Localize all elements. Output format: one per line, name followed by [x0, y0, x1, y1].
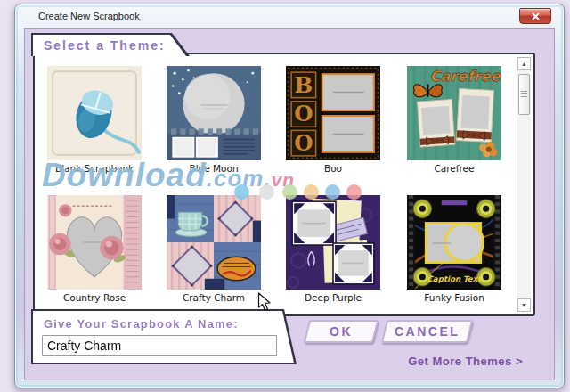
theme-item-crafty-charm[interactable]: Crafty Charm	[167, 195, 261, 303]
theme-label: Country Rose	[47, 292, 142, 303]
theme-thumbnail-carefree: Carefree	[407, 66, 501, 160]
cancel-button[interactable]: CANCEL	[381, 320, 473, 343]
country-rose-art	[47, 195, 142, 290]
theme-thumbnail-blue-moon	[167, 66, 261, 160]
scrapbook-name-input[interactable]	[42, 335, 277, 356]
ok-button-label: OK	[330, 324, 353, 339]
theme-thumbnail-blank-scrapbook	[47, 66, 142, 160]
theme-item-carefree[interactable]: Carefree	[407, 66, 501, 174]
svg-text:Carefree: Carefree	[430, 68, 501, 85]
scroll-up-button[interactable]: ▲	[517, 57, 531, 70]
window-title: Create New Scrapbook	[38, 11, 140, 21]
scrapbook-name-label: Give Your Scrapbook A Name:	[44, 317, 239, 331]
theme-label: Crafty Charm	[167, 292, 261, 303]
close-icon	[532, 12, 540, 20]
theme-label: Blue Moon	[167, 163, 261, 174]
scrollbar-thumb[interactable]	[518, 74, 530, 115]
select-theme-heading: Select a Theme:	[33, 35, 188, 56]
boo-art: B O O	[286, 66, 380, 160]
blue-moon-art	[167, 66, 261, 160]
theme-thumbnail-country-rose	[47, 195, 142, 290]
scroll-down-button[interactable]: ▼	[517, 298, 531, 312]
deep-purple-art	[286, 195, 380, 290]
theme-thumbnail-boo: B O O	[286, 66, 380, 160]
close-button[interactable]	[519, 8, 551, 24]
theme-scrollbar[interactable]: ▲ ▼	[517, 57, 531, 312]
titlebar[interactable]: Create New Scrapbook	[15, 4, 564, 28]
scroll-up-icon: ▲	[521, 61, 527, 67]
theme-thumbnail-deep-purple	[286, 195, 380, 290]
crafty-charm-art	[167, 195, 261, 290]
theme-grid-panel: Blank Scrapbook	[33, 53, 535, 316]
scrapbook-name-panel: Give Your Scrapbook A Name:	[31, 309, 297, 364]
svg-text:O: O	[294, 101, 313, 127]
theme-thumbnail-funky-fusion: Caption Text	[407, 195, 501, 290]
cancel-button-label: CANCEL	[395, 324, 460, 339]
select-theme-tab: Select a Theme:	[31, 33, 190, 56]
blank-scrapbook-art	[47, 66, 142, 160]
theme-item-deep-purple[interactable]: Deep Purple	[286, 195, 380, 303]
theme-item-blue-moon[interactable]: Blue Moon	[167, 66, 261, 174]
theme-label: Carefree	[407, 163, 501, 174]
ok-button[interactable]: OK	[304, 320, 379, 343]
sticker-badge-icon	[217, 257, 256, 281]
carefree-art: Carefree	[407, 66, 501, 160]
theme-item-country-rose[interactable]: Country Rose	[47, 195, 142, 303]
svg-text:B: B	[295, 72, 314, 98]
svg-text:O: O	[294, 130, 313, 156]
dialog-content: Select a Theme:	[24, 28, 555, 380]
desktop: { "window": { "title": "Create New Scrap…	[0, 0, 570, 392]
theme-item-funky-fusion[interactable]: Caption Text Funky Fusion	[407, 195, 501, 303]
theme-thumbnail-crafty-charm	[167, 195, 261, 290]
butterfly-icon	[414, 84, 443, 96]
theme-label: Deep Purple	[286, 292, 380, 303]
theme-item-boo[interactable]: B O O Boo	[286, 66, 380, 174]
get-more-themes-link[interactable]: Get More Themes >	[408, 355, 523, 368]
scroll-down-icon: ▼	[521, 302, 527, 308]
funky-fusion-art: Caption Text	[407, 195, 501, 290]
theme-item-blank-scrapbook[interactable]: Blank Scrapbook	[47, 66, 142, 174]
scrollbar-grip	[521, 91, 527, 97]
create-new-scrapbook-window: Create New Scrapbook Select a Theme:	[14, 4, 565, 388]
theme-label: Boo	[286, 163, 380, 174]
theme-label: Funky Fusion	[407, 292, 501, 303]
theme-label: Blank Scrapbook	[47, 163, 142, 174]
svg-text:Caption Text: Caption Text	[428, 274, 484, 283]
